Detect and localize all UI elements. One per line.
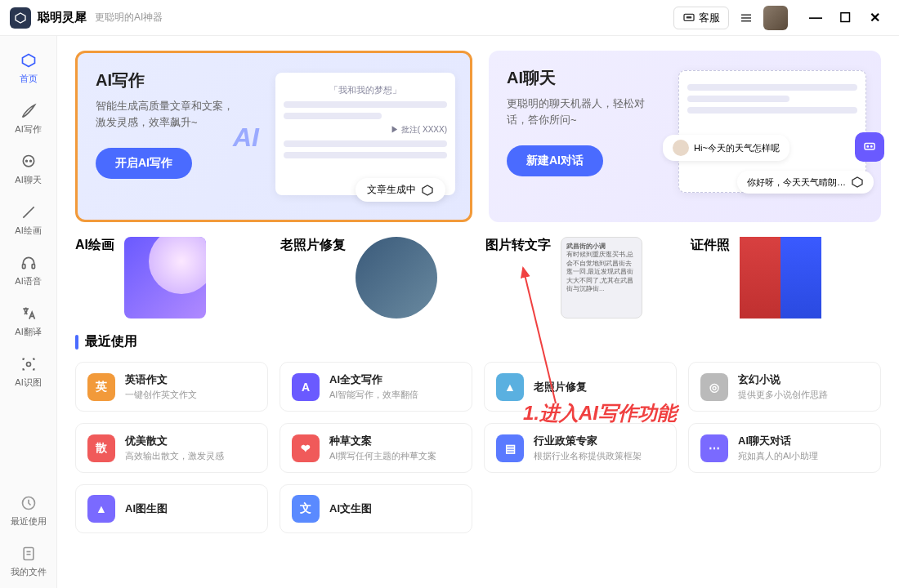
thumb-ai-paint <box>124 237 206 318</box>
chat-icon <box>682 11 695 24</box>
recent-title: 老照片修复 <box>534 380 664 394</box>
svg-rect-13 <box>32 265 34 269</box>
eye-icon <box>19 354 38 374</box>
svg-point-14 <box>26 363 30 367</box>
hero-ai-chat[interactable]: AI聊天 更聪明的聊天机器人，轻松对话，答你所问~ 新建AI对话 Hi~今天的天… <box>489 51 881 222</box>
recent-desc: 高效输出散文，激发灵感 <box>125 450 256 462</box>
translate-icon <box>19 304 38 323</box>
recent-desc: 提供更多小说创作思路 <box>738 389 869 401</box>
recent-title: 优美散文 <box>125 434 256 448</box>
svg-point-23 <box>871 146 873 148</box>
app-name: 聪明灵犀 <box>38 10 87 25</box>
svg-point-9 <box>23 156 34 167</box>
home-icon <box>19 51 38 70</box>
headphone-icon <box>19 253 38 273</box>
svg-point-4 <box>690 16 691 17</box>
file-icon <box>19 544 38 564</box>
sidebar-item-voice[interactable]: AI语音 <box>8 247 49 294</box>
recent-title: AI全文写作 <box>329 372 460 387</box>
main-content: AI写作 智能生成高质量文章和文案，激发灵感，效率飙升~ 开启AI写作 AI 「… <box>57 36 899 588</box>
new-ai-chat-button[interactable]: 新建AI对话 <box>507 145 603 176</box>
sidebar-item-paint[interactable]: AI绘画 <box>8 196 49 243</box>
sidebar-item-writing[interactable]: AI写作 <box>8 95 49 142</box>
user-avatar[interactable] <box>763 6 788 30</box>
recent-title: 种草文案 <box>329 434 460 448</box>
svg-marker-20 <box>852 177 862 187</box>
recent-title: AI图生图 <box>125 501 256 516</box>
recent-icon: 散 <box>87 434 115 462</box>
recent-grid: 英 英语作文 一键创作英文作文A AI全文写作 AI智能写作，效率翻倍▲ 老照片… <box>75 362 881 533</box>
thumb-old-photo <box>356 237 437 318</box>
sidebar-item-recent[interactable]: 最近使用 <box>8 487 49 534</box>
svg-point-2 <box>687 16 687 17</box>
recent-title: 行业政策专家 <box>534 434 664 448</box>
clock-icon <box>19 493 38 513</box>
recent-title: 玄幻小说 <box>738 372 869 387</box>
ai-badge: AI <box>233 122 259 153</box>
recent-card[interactable]: ▲ AI图生图 <box>75 484 268 533</box>
pen-icon <box>19 101 38 121</box>
sidebar-item-chat[interactable]: AI聊天 <box>8 145 49 193</box>
close-button[interactable]: ✕ <box>866 10 883 26</box>
recent-desc: 一键创作英文作文 <box>125 389 256 401</box>
hero-writing-desc: 智能生成高质量文章和文案，激发灵感，效率飙升~ <box>96 98 243 130</box>
svg-point-22 <box>867 146 869 148</box>
svg-rect-21 <box>865 144 874 150</box>
app-slogan: 更聪明的AI神器 <box>95 11 163 24</box>
hero-chat-desc: 更聪明的聊天机器人，轻松对话，答你所问~ <box>507 96 654 127</box>
svg-point-11 <box>29 160 31 162</box>
generating-pill: 文章生成中 <box>356 178 445 202</box>
recent-title: AI聊天对话 <box>738 434 869 448</box>
recent-icon: 文 <box>292 495 320 523</box>
minimize-button[interactable]: — <box>807 10 824 26</box>
recent-card[interactable]: ◎ 玄幻小说 提供更多小说创作思路 <box>688 362 881 412</box>
svg-marker-8 <box>22 55 34 67</box>
thumb-ocr: 武昌街的小调 有时候到重庆逛买书,总会不自觉地到武昌街去逛一回,最近发现武昌街大… <box>561 237 642 318</box>
recent-icon: 英 <box>87 373 115 401</box>
recent-icon: ▲ <box>496 373 524 401</box>
feature-ai-paint[interactable]: AI绘画 <box>75 237 266 318</box>
hero-writing-mock: 「我和我的梦想」 ▶ 批注( XXXX) 文章生成中 <box>275 73 455 195</box>
sidebar-item-home[interactable]: 首页 <box>8 44 49 91</box>
recent-icon: ⋯ <box>700 434 728 462</box>
svg-point-3 <box>688 16 689 17</box>
menu-button[interactable] <box>737 9 755 27</box>
recent-desc: AI智能写作，效率翻倍 <box>329 389 460 401</box>
customer-service-button[interactable]: 客服 <box>673 7 729 29</box>
chat-bubble-icon <box>19 152 38 172</box>
hex-icon <box>851 176 864 189</box>
recent-card[interactable]: ▤ 行业政策专家 根据行业名称提供政策框架 <box>484 423 677 473</box>
chat-fab-icon <box>855 132 884 162</box>
recent-card[interactable]: 英 英语作文 一键创作英文作文 <box>75 362 268 412</box>
recent-title: AI文生图 <box>329 501 460 516</box>
svg-marker-19 <box>423 185 432 195</box>
recent-icon: ▲ <box>87 495 115 523</box>
start-ai-writing-button[interactable]: 开启AI写作 <box>96 148 192 179</box>
recent-card[interactable]: ▲ 老照片修复 <box>484 362 677 412</box>
recent-icon: ❤ <box>292 434 320 462</box>
recent-icon: A <box>292 373 320 401</box>
recent-card[interactable]: A AI全文写作 AI智能写作，效率翻倍 <box>280 362 472 412</box>
sidebar-item-translate[interactable]: AI翻译 <box>8 297 49 345</box>
recent-card[interactable]: ⋯ AI聊天对话 宛如真人的AI小助理 <box>688 423 881 473</box>
recent-desc: 根据行业名称提供政策框架 <box>534 450 664 462</box>
sidebar-item-files[interactable]: 我的文件 <box>8 537 49 585</box>
svg-rect-12 <box>22 265 25 269</box>
brush-icon <box>19 203 38 222</box>
feature-old-photo[interactable]: 老照片修复 <box>280 237 471 318</box>
recent-heading: 最近使用 <box>75 333 881 350</box>
feature-ocr[interactable]: 图片转文字 武昌街的小调 有时候到重庆逛买书,总会不自觉地到武昌街去逛一回,最近… <box>485 237 676 318</box>
title-bar: 聪明灵犀 更聪明的AI神器 客服 — ☐ ✕ <box>0 0 899 36</box>
app-logo <box>10 7 31 29</box>
thumb-id-photo <box>740 237 821 318</box>
recent-card[interactable]: 文 AI文生图 <box>280 484 472 533</box>
hero-chat-mock: Hi~今天的天气怎样呢 你好呀，今天天气晴朗… <box>678 70 866 193</box>
feature-id-photo[interactable]: 证件照 <box>691 237 881 318</box>
sidebar-item-ocr[interactable]: AI识图 <box>8 348 49 395</box>
recent-card[interactable]: 散 优美散文 高效输出散文，激发灵感 <box>75 423 268 473</box>
recent-card[interactable]: ❤ 种草文案 AI撰写任何主题的种草文案 <box>280 423 472 473</box>
recent-icon: ▤ <box>496 434 524 462</box>
hero-ai-writing[interactable]: AI写作 智能生成高质量文章和文案，激发灵感，效率飙升~ 开启AI写作 AI 「… <box>75 51 472 222</box>
recent-desc: AI撰写任何主题的种草文案 <box>329 450 460 462</box>
maximize-button[interactable]: ☐ <box>837 10 853 26</box>
